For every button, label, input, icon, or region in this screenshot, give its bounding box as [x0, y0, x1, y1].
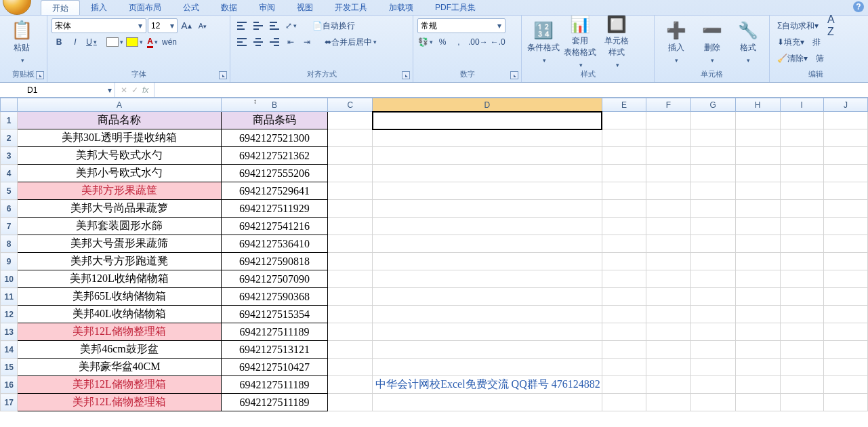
cell-C2[interactable]	[328, 129, 373, 147]
row-header-13[interactable]: 13	[1, 323, 18, 341]
cell-J10[interactable]	[823, 270, 867, 288]
cell-A3[interactable]: 美邦大号欧式水勺	[18, 147, 221, 165]
cell-I9[interactable]	[780, 253, 823, 270]
cell-D16[interactable]: 中华会计网校Excel免费交流 QQ群号 476124882	[373, 376, 602, 394]
cell-A8[interactable]: 美邦大号蛋形果蔬筛	[18, 235, 221, 253]
cell-A17[interactable]: 美邦12L储物整理箱	[18, 394, 221, 411]
cell-B14[interactable]: 6942127513121	[221, 341, 328, 359]
col-header-C[interactable]: C	[328, 98, 373, 112]
fill-button[interactable]: ⬇ 填充 ▾	[774, 35, 808, 49]
cell-B16[interactable]: 6942127511189	[221, 376, 328, 394]
row-header-4[interactable]: 4	[1, 165, 18, 182]
row-header-11[interactable]: 11	[1, 288, 18, 306]
phonetic-button[interactable]: wén	[161, 35, 178, 49]
cell-I10[interactable]	[780, 270, 823, 288]
cell-A11[interactable]: 美邦65L收纳储物箱	[18, 288, 221, 306]
cell-A13[interactable]: 美邦12L储物整理箱	[18, 323, 221, 341]
cell-H11[interactable]	[735, 288, 780, 306]
cell-E2[interactable]	[602, 129, 646, 147]
cell-I16[interactable]	[780, 376, 823, 394]
tab-开始[interactable]: 开始	[41, 0, 80, 15]
cell-E3[interactable]	[602, 147, 646, 165]
clipboard-launcher[interactable]	[36, 71, 44, 79]
cell-B3[interactable]: 6942127521362	[221, 147, 328, 165]
cell-C14[interactable]	[328, 341, 373, 359]
cell-F6[interactable]	[646, 200, 690, 218]
cell-H16[interactable]	[735, 376, 780, 394]
formula-input[interactable]	[154, 83, 868, 97]
cell-styles-button[interactable]: 🔲单元格 样式	[599, 18, 634, 66]
font-name-combo[interactable]: ▾	[51, 18, 146, 33]
col-header-B[interactable]: B	[221, 98, 328, 112]
cell-E5[interactable]	[602, 182, 646, 200]
cell-F13[interactable]	[646, 323, 690, 341]
cell-A7[interactable]: 美邦套装圆形水篩	[18, 218, 221, 235]
cell-D17[interactable]	[373, 394, 602, 411]
cell-C12[interactable]	[328, 306, 373, 323]
cell-F5[interactable]	[646, 182, 690, 200]
autosum-button[interactable]: Σ 自动求和 ▾	[774, 18, 822, 33]
cell-H2[interactable]	[735, 129, 780, 147]
row-header-2[interactable]: 2	[1, 129, 18, 147]
insert-cells-button[interactable]: ➕插入	[659, 18, 693, 66]
cell-G7[interactable]	[690, 218, 735, 235]
wrap-text-button[interactable]: 📄 自动换行	[308, 18, 360, 33]
cell-H6[interactable]	[735, 200, 780, 218]
format-as-table-button[interactable]: 📊套用 表格格式	[562, 18, 598, 66]
cell-E4[interactable]	[602, 165, 646, 182]
cell-I15[interactable]	[780, 359, 823, 376]
row-header-16[interactable]: 16	[1, 376, 18, 394]
cell-C10[interactable]	[328, 270, 373, 288]
cell-B13[interactable]: 6942127511189	[221, 323, 328, 341]
cell-D10[interactable]	[373, 270, 602, 288]
cell-J3[interactable]	[823, 147, 867, 165]
col-header-H[interactable]: H	[735, 98, 780, 112]
chevron-down-icon[interactable]: ▾	[136, 21, 144, 30]
tab-视图[interactable]: 视图	[286, 0, 324, 15]
row-header-9[interactable]: 9	[1, 253, 18, 270]
cell-I14[interactable]	[780, 341, 823, 359]
cell-H4[interactable]	[735, 165, 780, 182]
cell-G13[interactable]	[690, 323, 735, 341]
cell-A1[interactable]: 商品名称	[18, 112, 221, 129]
cell-E15[interactable]	[602, 359, 646, 376]
cell-C3[interactable]	[328, 147, 373, 165]
percent-button[interactable]: %	[435, 35, 450, 49]
cell-D5[interactable]	[373, 182, 602, 200]
cell-B7[interactable]: 6942127541216	[221, 218, 328, 235]
row-header-15[interactable]: 15	[1, 359, 18, 376]
align-center-button[interactable]	[251, 35, 266, 49]
bold-button[interactable]: B	[51, 35, 66, 49]
cell-B11[interactable]: 6942127590368	[221, 288, 328, 306]
cell-E7[interactable]	[602, 218, 646, 235]
cell-I13[interactable]	[780, 323, 823, 341]
cell-I17[interactable]	[780, 394, 823, 411]
cell-D1[interactable]	[373, 112, 602, 129]
cell-I3[interactable]	[780, 147, 823, 165]
col-header-I[interactable]: I	[780, 98, 823, 112]
cell-C4[interactable]	[328, 165, 373, 182]
paste-button[interactable]: 📋 粘贴	[4, 18, 39, 66]
cell-I4[interactable]	[780, 165, 823, 182]
cell-C15[interactable]	[328, 359, 373, 376]
row-header-1[interactable]: 1	[1, 112, 18, 129]
help-icon[interactable]: ?	[853, 1, 864, 12]
accounting-format-button[interactable]: 💱	[417, 35, 434, 49]
cell-F8[interactable]	[646, 235, 690, 253]
cell-J7[interactable]	[823, 218, 867, 235]
cell-J11[interactable]	[823, 288, 867, 306]
cell-F10[interactable]	[646, 270, 690, 288]
fx-icon[interactable]: fx	[142, 85, 148, 95]
cell-F12[interactable]	[646, 306, 690, 323]
font-color-button[interactable]: A	[145, 35, 160, 49]
cell-G5[interactable]	[690, 182, 735, 200]
format-cells-button[interactable]: 🔧格式	[730, 18, 765, 66]
cell-G4[interactable]	[690, 165, 735, 182]
align-left-button[interactable]	[234, 35, 249, 49]
cell-B9[interactable]: 6942127590818	[221, 253, 328, 270]
cell-B10[interactable]: 6942127507090	[221, 270, 328, 288]
chevron-down-icon[interactable]: ▾	[108, 85, 112, 95]
cell-B15[interactable]: 6942127510427	[221, 359, 328, 376]
cell-I11[interactable]	[780, 288, 823, 306]
cell-C8[interactable]	[328, 235, 373, 253]
